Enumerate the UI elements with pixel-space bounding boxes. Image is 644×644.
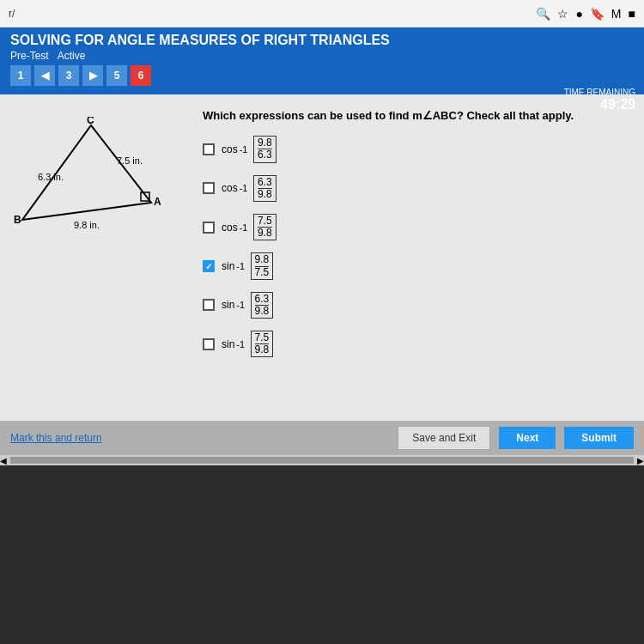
side-ca-label: 7.5 in. <box>117 155 143 166</box>
option-row-2: cos -1 6.3 9.8 <box>203 175 630 202</box>
nav-prev[interactable]: ◀ <box>34 65 55 86</box>
option-row-4: sin -1 9.8 7.5 <box>203 252 630 279</box>
vertex-b-label: B <box>14 214 21 226</box>
search-icon[interactable]: 🔍 <box>536 7 550 21</box>
fraction-2: 6.3 9.8 <box>253 175 276 202</box>
math-expr-3: cos -1 7.5 9.8 <box>222 214 276 240</box>
account-icon[interactable]: M <box>611 7 622 21</box>
app-title: Solving for Angle Measures of Right Tria… <box>10 33 634 48</box>
numerator-2: 6.3 <box>258 177 272 189</box>
denominator-3: 9.8 <box>258 228 272 239</box>
func-name-2: cos <box>222 182 238 194</box>
time-remaining: TIME REMAINING 49:29 <box>564 88 635 112</box>
left-panel: C A B 6.3 in. 7.5 in. 9.8 in. <box>14 108 185 407</box>
fraction-4: 9.8 7.5 <box>251 252 274 279</box>
numerator-1: 9.8 <box>258 137 272 149</box>
vertex-c-label: C <box>87 117 94 126</box>
numerator-6: 7.5 <box>255 332 270 344</box>
exponent-3: -1 <box>240 222 248 233</box>
checkbox-5[interactable] <box>203 299 215 311</box>
exponent-2: -1 <box>240 183 248 193</box>
numerator-4: 9.8 <box>255 254 270 266</box>
denominator-1: 6.3 <box>258 149 272 161</box>
triangle-diagram: C A B 6.3 in. 7.5 in. 9.8 in. <box>14 117 185 249</box>
star-icon[interactable]: ☆ <box>557 7 568 21</box>
app-header: Solving for Angle Measures of Right Tria… <box>0 27 644 94</box>
circle-icon: ● <box>575 7 582 21</box>
triangle-svg: C A B 6.3 in. 7.5 in. 9.8 in. <box>14 117 185 246</box>
func-name-5: sin <box>222 299 234 311</box>
numerator-3: 7.5 <box>258 216 272 228</box>
footer-bar: Mark this and return Save and Exit Next … <box>0 421 644 455</box>
save-exit-button[interactable]: Save and Exit <box>398 426 490 450</box>
fraction-5: 6.3 9.8 <box>251 292 274 319</box>
window-icon[interactable]: ■ <box>629 7 635 21</box>
scroll-right-arrow[interactable]: ▶ <box>637 456 644 465</box>
nav-btn-1[interactable]: 1 <box>10 65 31 86</box>
checkbox-2[interactable] <box>203 182 215 194</box>
func-name-6: sin <box>222 338 234 350</box>
time-label: TIME REMAINING <box>564 88 635 97</box>
exponent-4: -1 <box>236 261 245 271</box>
option-row-3: cos -1 7.5 9.8 <box>203 214 630 240</box>
func-name-4: sin <box>222 260 234 272</box>
time-value: 49:29 <box>564 97 635 112</box>
browser-bar: r/ 🔍 ☆ ● 🔖 M ■ <box>0 0 644 27</box>
app-subtitle: Pre-Test Active <box>10 50 634 62</box>
fraction-1: 9.8 6.3 <box>253 136 276 162</box>
side-ba-label: 9.8 in. <box>74 220 100 230</box>
next-button[interactable]: Next <box>499 427 556 449</box>
scroll-bar[interactable]: ◀ ▶ <box>0 455 644 465</box>
math-expr-6: sin -1 7.5 9.8 <box>222 331 273 357</box>
app-header-wrapper: Solving for Angle Measures of Right Tria… <box>0 27 644 94</box>
question-nav: 1 ◀ 3 ▶ 5 6 <box>10 62 634 89</box>
fraction-3: 7.5 9.8 <box>253 214 276 240</box>
right-panel: Which expressions can be used to find m∠… <box>203 108 630 407</box>
func-name-3: cos <box>222 222 238 234</box>
option-row-5: sin -1 6.3 9.8 <box>203 292 630 319</box>
fraction-6: 7.5 9.8 <box>251 331 274 357</box>
checkbox-6[interactable] <box>203 338 215 350</box>
checkbox-3[interactable] <box>203 222 215 234</box>
func-name-1: cos <box>222 143 238 155</box>
math-expr-1: cos -1 9.8 6.3 <box>222 136 276 162</box>
vertex-a-label: A <box>154 196 161 208</box>
math-expr-2: cos -1 6.3 9.8 <box>222 175 276 202</box>
scroll-track[interactable] <box>10 457 634 464</box>
content-area: C A B 6.3 in. 7.5 in. 9.8 in. Which expr… <box>0 94 644 421</box>
browser-icons: 🔍 ☆ ● 🔖 M ■ <box>536 7 635 21</box>
checkbox-1[interactable] <box>203 143 215 155</box>
side-bc-label: 6.3 in. <box>38 172 64 182</box>
submit-button[interactable]: Submit <box>564 427 634 449</box>
nav-btn-3[interactable]: 3 <box>58 65 79 86</box>
status-badge: Active <box>58 50 86 62</box>
scroll-left-arrow[interactable]: ◀ <box>0 456 7 465</box>
math-expr-5: sin -1 6.3 9.8 <box>222 292 273 319</box>
denominator-6: 9.8 <box>255 344 270 355</box>
options-container: cos -1 9.8 6.3 cos -1 6.3 9.8 cos -1 7.5… <box>203 136 630 357</box>
browser-url: r/ <box>9 8 15 20</box>
nav-btn-6[interactable]: 6 <box>131 65 151 86</box>
option-row-6: sin -1 7.5 9.8 <box>203 331 630 357</box>
math-expr-4: sin -1 9.8 7.5 <box>222 252 273 279</box>
mark-return-link[interactable]: Mark this and return <box>10 432 102 444</box>
exponent-1: -1 <box>240 144 248 155</box>
numerator-5: 6.3 <box>255 294 270 306</box>
denominator-2: 9.8 <box>258 189 272 200</box>
exponent-6: -1 <box>236 339 245 349</box>
exponent-5: -1 <box>236 300 245 310</box>
nav-next-arrow[interactable]: ▶ <box>82 65 103 86</box>
option-row-1: cos -1 9.8 6.3 <box>203 136 630 162</box>
pretest-label: Pre-Test <box>10 50 49 62</box>
denominator-5: 9.8 <box>255 306 270 317</box>
denominator-4: 7.5 <box>255 267 270 278</box>
bookmark-icon[interactable]: 🔖 <box>590 7 605 21</box>
checkbox-4[interactable] <box>203 260 215 272</box>
nav-btn-5[interactable]: 5 <box>106 65 127 86</box>
